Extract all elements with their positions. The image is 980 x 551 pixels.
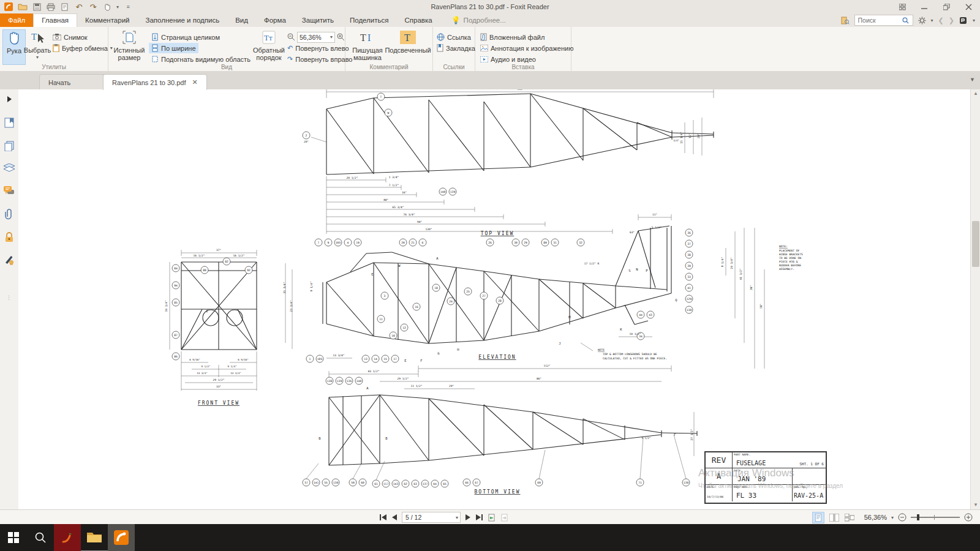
foxit-logo-icon[interactable] xyxy=(4,2,13,12)
search-input[interactable] xyxy=(857,16,902,24)
previous-page-button[interactable] xyxy=(391,514,397,520)
tab-start[interactable]: Начать xyxy=(39,74,108,90)
continuous-view-icon[interactable] xyxy=(844,512,855,523)
menu-tab-2[interactable]: Главная xyxy=(33,13,77,27)
search-document-icon[interactable] xyxy=(841,17,850,24)
zoom-out-button[interactable] xyxy=(898,513,907,522)
svg-text:T: T xyxy=(360,32,366,43)
last-page-button[interactable] xyxy=(476,514,483,520)
close-button[interactable] xyxy=(959,1,978,12)
svg-text:140: 140 xyxy=(440,190,446,193)
next-page-button[interactable] xyxy=(466,514,471,520)
security-panel-icon[interactable] xyxy=(3,231,15,243)
signature-panel-icon[interactable] xyxy=(3,253,15,266)
search-icon[interactable] xyxy=(902,17,909,24)
actual-size-button[interactable]: Истинный размер xyxy=(112,29,146,64)
attachments-panel-icon[interactable] xyxy=(3,208,15,220)
settings-caret[interactable]: ▾ xyxy=(931,18,933,23)
taskbar-explorer-icon[interactable] xyxy=(81,523,108,551)
svg-text:7: 7 xyxy=(318,241,320,244)
reverse-view-button[interactable]: Tт Обратный порядок xyxy=(253,29,285,64)
menu-tab-7[interactable]: Защитить xyxy=(294,13,342,27)
page-number-input[interactable] xyxy=(404,513,446,522)
email-icon[interactable] xyxy=(60,2,70,12)
undo-icon[interactable]: ↶ xyxy=(74,2,84,12)
titleblock-partname-label: PART NAME. xyxy=(734,453,824,456)
restore-button[interactable] xyxy=(937,1,956,12)
find-previous-icon[interactable]: ❮ xyxy=(938,17,944,24)
settings-gear-icon[interactable] xyxy=(918,17,926,24)
tab-list-caret[interactable]: ▼ xyxy=(970,77,975,83)
tile-windows-icon[interactable] xyxy=(893,1,911,12)
zoom-percent-caret[interactable]: ▾ xyxy=(891,515,894,520)
minimize-button[interactable] xyxy=(915,1,933,12)
open-file-icon[interactable] xyxy=(18,2,28,12)
fit-width-button[interactable]: По ширине xyxy=(149,43,198,53)
layers-panel-icon[interactable] xyxy=(3,162,15,174)
find-next-icon[interactable]: ❯ xyxy=(949,17,954,24)
zoom-combobox[interactable]: 56,36%▾ xyxy=(297,32,335,43)
svg-text:92: 92 xyxy=(247,269,251,272)
fit-page-button[interactable]: Страница целиком xyxy=(149,32,222,42)
pdf-page[interactable]: TW21401397910541920216263029893132363738… xyxy=(18,89,970,509)
bookmarks-panel-icon[interactable] xyxy=(3,116,15,129)
panel-splitter-handle[interactable]: ⋮ xyxy=(3,291,15,304)
zoom-out-icon[interactable] xyxy=(287,33,295,41)
fit-page-icon xyxy=(151,33,159,41)
start-button[interactable] xyxy=(0,524,27,551)
taskbar-app-red-icon[interactable] xyxy=(54,524,81,551)
comments-panel-icon[interactable] xyxy=(3,185,15,197)
pages-panel-icon[interactable] xyxy=(3,140,15,152)
page-number-caret[interactable]: ▾ xyxy=(456,515,458,520)
scroll-down-arrow[interactable]: ▼ xyxy=(971,501,980,509)
read-mode-caret[interactable]: ▾ xyxy=(973,18,975,23)
menu-tab-8[interactable]: Поделиться xyxy=(342,13,397,27)
highlight-button[interactable]: T Подсвеченный xyxy=(386,29,430,64)
svg-text:Tт: Tт xyxy=(264,33,273,42)
bookmark-button[interactable]: Закладка xyxy=(437,43,475,53)
scroll-up-arrow[interactable]: ▲ xyxy=(971,89,980,98)
typewriter-button[interactable]: TI Пишущая машинка xyxy=(350,29,385,64)
clipboard-button[interactable]: Буфер обмена ▾ xyxy=(53,43,113,53)
rotate-right-button[interactable]: ↷ Повернуть вправо xyxy=(287,54,352,64)
hand-tool-caret[interactable]: ▾ xyxy=(116,4,119,10)
image-annotation-button[interactable]: Аннотация к изображению xyxy=(480,43,573,53)
tab-document[interactable]: RavenPlans 21 to 30.pdf ✕ xyxy=(103,74,207,90)
audio-video-button[interactable]: Аудио и видео xyxy=(480,54,536,64)
print-icon[interactable] xyxy=(46,2,56,12)
zoom-in-icon[interactable] xyxy=(337,33,345,41)
first-page-button[interactable] xyxy=(380,514,386,520)
expand-panel-icon[interactable] xyxy=(3,93,15,105)
tab-close-icon[interactable]: ✕ xyxy=(192,78,197,86)
fit-visible-button[interactable]: Подогнать видимую область xyxy=(149,54,253,64)
zoom-slider-thumb[interactable] xyxy=(917,514,919,520)
zoom-in-button[interactable] xyxy=(964,513,973,522)
single-page-view-icon[interactable] xyxy=(812,512,824,523)
hand-tool-icon[interactable] xyxy=(102,2,112,12)
menu-tab-5[interactable]: Вид xyxy=(227,13,256,27)
zoom-slider[interactable] xyxy=(911,517,960,518)
next-view-button[interactable] xyxy=(500,514,508,522)
link-button[interactable]: Ссылка xyxy=(437,32,471,42)
previous-view-button[interactable] xyxy=(488,514,496,522)
menu-tab-1[interactable]: Файл xyxy=(0,13,33,27)
menu-tab-4[interactable]: Заполнение и подпись xyxy=(138,13,228,27)
taskbar-foxit-icon[interactable] xyxy=(108,524,135,551)
select-button[interactable]: T Выбрать ▾ xyxy=(26,29,49,64)
menu-tab-6[interactable]: Форма xyxy=(256,13,294,27)
customize-qat-icon[interactable]: ≡ xyxy=(123,2,133,12)
vertical-scrollbar[interactable]: ▲ ▼ xyxy=(970,89,980,509)
hand-button[interactable]: Рука xyxy=(2,29,26,65)
menu-tab-3[interactable]: Комментарий xyxy=(77,13,137,27)
taskbar-search-button[interactable] xyxy=(27,524,54,551)
attach-file-button[interactable]: Вложенный файл xyxy=(480,32,545,42)
menu-tab-9[interactable]: Справка xyxy=(397,13,440,27)
read-mode-icon[interactable] xyxy=(959,17,968,24)
rotate-left-button[interactable]: ↶ Повернуть влево xyxy=(287,43,349,53)
scrollbar-thumb[interactable] xyxy=(972,221,979,267)
menu-more[interactable]: 💡 Подробнее... xyxy=(451,13,506,27)
redo-icon[interactable]: ↷ xyxy=(88,2,98,12)
save-icon[interactable] xyxy=(32,2,42,12)
snapshot-button[interactable]: Снимок xyxy=(53,32,88,42)
facing-page-view-icon[interactable] xyxy=(829,512,840,523)
